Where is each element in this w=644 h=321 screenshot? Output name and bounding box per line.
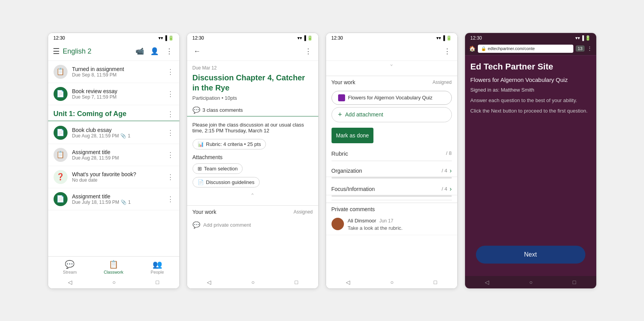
video-icon[interactable]: 📹 [134,46,145,57]
home-btn-3[interactable]: ○ [391,279,394,285]
rubric-chip-inner[interactable]: 📊 Rubric: 4 criteria • 25 pts [193,139,266,149]
battery-icon-4: 🔋 [585,35,591,41]
rubric-icon: 📊 [198,141,204,147]
section-title-1: Unit 1: Coming of Age [54,110,127,118]
tab-count-btn[interactable]: 13 [576,45,584,52]
list-item: 📄 Book club essay Due Aug 28, 11:59 PM 📎… [48,122,179,144]
recents-btn-1[interactable]: □ [156,279,159,285]
your-work-bar-3: Your work Assigned [326,76,457,88]
chevron-icon-focus: › [450,186,451,193]
phone-2: 12:30 ▾▾ ▐ 🔋 ← ⋮ Due Mar 12 Discussion C… [187,33,319,289]
home-btn-4[interactable]: ○ [529,279,533,285]
item-menu-6[interactable]: ⋮ [167,195,174,203]
wifi-icon-4: ▾▾ [575,35,580,41]
home-btn-2[interactable]: ○ [252,279,255,285]
nav-classwork[interactable]: 📋 Classwork [92,257,135,276]
list-item: ❓ What's your favorite book? No due date… [48,166,179,188]
status-bar-2: 12:30 ▾▾ ▐ 🔋 [187,33,318,42]
assignment-icon-6: 📄 [54,192,68,206]
quiz-color-icon [338,94,345,101]
assign-sub: Participation • 10pts [187,95,318,104]
item-title-2: Book review essay [72,88,167,94]
nav-people[interactable]: 👥 People [135,257,179,276]
add-attachment-btn[interactable]: + Add attachment [332,107,452,122]
back-btn-3[interactable]: ◁ [346,279,350,285]
home-browser-icon[interactable]: 🏠 [469,45,476,52]
rubric-chip[interactable]: 📊 Rubric: 4 criteria • 25 pts [187,137,318,151]
item-text-4: Assignment title Due Aug 28, 11:59 PM [72,149,167,161]
people-label: People [151,270,164,274]
item-title-1: Turned in assignment [72,66,167,72]
more-vert-icon-1[interactable]: ⋮ [164,46,175,57]
time-3: 12:30 [332,35,343,41]
people-icon: 👥 [153,260,162,269]
back-btn-2[interactable]: ◁ [207,279,211,285]
bottom-nav-1: 💬 Stream 📋 Classwork 👥 People [48,256,179,276]
signal-icon-2: ▐ [303,35,306,41]
assign-title: Discussion Chapter 4, Catcher in the Rye [187,73,318,95]
rubric-score-org: / 4 › [442,167,452,174]
recents-btn-4[interactable]: □ [573,279,576,285]
quiz-title: Flowers for Algernon Vocabulary Quiz [470,76,591,83]
course-title: English 2 [63,47,134,56]
item-menu-3[interactable]: ⋮ [167,128,174,137]
private-comments-label: Private comments [326,203,457,214]
person-add-icon[interactable]: 👤 [149,46,160,57]
signal-icon-4: ▐ [581,35,584,41]
mark-done-button[interactable]: Mark as done [332,128,374,143]
item-title-6: Assignment title [72,193,167,200]
comment-add-icon: 💬 [193,221,200,229]
item-title-4: Assignment title [72,149,167,155]
item-text-2: Book review essay Due Sep 7, 11:59 PM [72,88,167,100]
screenshot-container: 12:30 ▾▾ ▐ 🔋 ☰ English 2 📹 👤 ⋮ 📋 Turned … [36,17,608,304]
item-menu-2[interactable]: ⋮ [167,90,174,98]
divider-2 [332,200,452,200]
recents-btn-2[interactable]: □ [295,279,298,285]
grid-icon: ⊞ [198,166,202,172]
sys-nav-2: ◁ ○ □ [187,276,318,288]
back-icon-2[interactable]: ← [192,46,203,57]
rubric-row-focus[interactable]: Focus/Information / 4 › [326,182,457,195]
section-menu-1[interactable]: ⋮ [167,110,174,118]
recents-btn-3[interactable]: □ [434,279,437,285]
rubric-bar-org [332,177,452,179]
more-vert-icon-2[interactable]: ⋮ [303,46,314,57]
back-btn-1[interactable]: ◁ [68,279,72,285]
menu-icon-1[interactable]: ☰ [53,47,60,56]
item-menu-4[interactable]: ⋮ [167,151,174,159]
comment-text: Take a look at the rubric. [348,225,403,231]
rubric-score-focus: / 4 › [442,186,452,193]
quiz-chip[interactable]: Flowers for Algernon Vocabulary Quiz [332,91,452,105]
item-menu-5[interactable]: ⋮ [167,173,174,181]
home-btn-1[interactable]: ○ [113,279,116,285]
next-button[interactable]: Next [476,246,585,264]
more-browser-icon[interactable]: ⋮ [587,45,592,52]
rubric-row-organization[interactable]: Organization / 4 › [326,163,457,177]
comment-item: Ali Dinsmoor Jun 17 Take a look at the r… [326,214,457,235]
phone-3: 12:30 ▾▾ ▐ 🔋 ⋮ ˅ Your work Assigned Flow… [326,33,458,289]
browser-url-bar[interactable]: 🔒 edtechpartner.com/conte [478,45,574,53]
item-text-6: Assignment title Due July 18, 11:59 PM 📎… [72,193,167,205]
due-text: Due Mar 12 [187,61,318,73]
wifi-icon-3: ▾▾ [436,35,441,41]
phone-4: 12:30 ▾▾ ▐ 🔋 🏠 🔒 edtechpartner.com/conte… [465,33,597,289]
sys-nav-1: ◁ ○ □ [48,276,179,288]
comment-count: 3 class comments [203,107,243,113]
your-work-bar-2: Your work Assigned [187,205,318,218]
assignment-icon-5: ❓ [54,170,68,184]
status-bar-4: 12:30 ▾▾ ▐ 🔋 [465,33,596,42]
attach-header: Attachments [187,151,318,162]
rubric-content: ˅ Your work Assigned Flowers for Algerno… [326,61,457,276]
private-comment-add[interactable]: 💬 Add private comment [187,218,318,232]
item-text-3: Book club essay Due Aug 28, 11:59 PM 📎 1 [72,127,167,139]
nav-stream[interactable]: 💬 Stream [48,257,92,276]
phone-1: 12:30 ▾▾ ▐ 🔋 ☰ English 2 📹 👤 ⋮ 📋 Turned … [48,33,180,289]
item-menu-1[interactable]: ⋮ [167,68,174,76]
more-vert-icon-3[interactable]: ⋮ [442,46,453,57]
section-header-1: Unit 1: Coming of Age ⋮ [48,105,179,121]
back-btn-4[interactable]: ◁ [485,279,489,285]
attachment-discussion-guidelines[interactable]: 📄 Discussion guidelines [193,177,260,187]
attachment-team-selection[interactable]: ⊞ Team selection [193,163,243,174]
item-sub-6: Due July 18, 11:59 PM 📎 1 [72,200,167,205]
assignment-icon-1: 📋 [54,65,68,79]
